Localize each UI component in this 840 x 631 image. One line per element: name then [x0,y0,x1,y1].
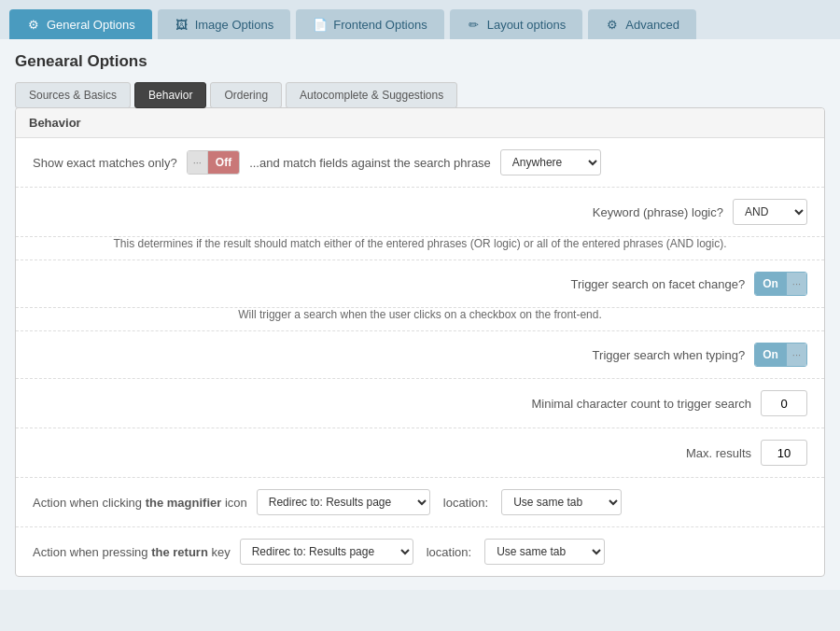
min-char-row: Minimal character count to trigger searc… [16,379,824,428]
trigger-typing-row: Trigger search when typing? On ··· [16,331,824,379]
behavior-section: Behavior Show exact matches only? ··· Of… [15,107,825,577]
trigger-typing-toggle[interactable]: On ··· [754,343,807,367]
toggle-dots: ··· [188,151,208,174]
action-magnifier-row: Action when clicking the magnifier icon … [16,478,824,527]
layout-icon: ✏ [467,17,482,32]
keyword-logic-row: Keyword (phrase) logic? AND OR [16,188,824,237]
tab-frontend[interactable]: 📄 Frontend Options [296,9,443,39]
max-results-label: Max. results [686,446,751,460]
action-return-label: Action when pressing the return key [33,545,231,559]
keyword-description: This determines if the result should mat… [114,237,727,250]
max-results-row: Max. results [16,428,824,478]
general-icon: ⚙ [26,17,41,32]
action-return-location-label: location: [427,545,471,559]
trigger-facet-label: Trigger search on facet change? [570,277,745,291]
frontend-icon: 📄 [313,17,328,32]
trigger-typing-on-label: On [755,344,786,366]
behavior-header: Behavior [16,108,824,138]
image-icon: 🖼 [175,17,189,32]
subtab-ordering[interactable]: Ordering [210,82,282,108]
min-char-label: Minimal character count to trigger searc… [531,397,751,411]
trigger-typing-dots: ··· [786,344,806,366]
min-char-input[interactable] [761,390,807,416]
match-fields-label: ...and match fields against the search p… [249,156,491,170]
toggle-off-label: Off [208,151,239,174]
exact-matches-label: Show exact matches only? [33,156,177,170]
action-magnifier-location-select[interactable]: Use same tab Open new tab [501,489,622,515]
subtab-sources[interactable]: Sources & Basics [15,82,131,108]
subtab-behavior[interactable]: Behavior [134,82,206,108]
max-results-input[interactable] [761,440,807,466]
match-fields-select[interactable]: Anywhere Beginning End [500,149,601,175]
page-content: Genearal Options Sources & Basics Behavi… [0,39,840,590]
tab-layout[interactable]: ✏ Layout options [450,9,583,39]
action-magnifier-label: Action when clicking the magnifier icon [33,496,247,510]
trigger-facet-description: Will trigger a search when the user clic… [238,308,602,321]
keyword-logic-label: Keyword (phrase) logic? [593,205,723,219]
sub-tabs: Sources & Basics Behavior Ordering Autoc… [15,82,825,108]
action-return-select[interactable]: Redirec to: Results page Open inline res… [240,539,413,565]
action-return-location-select[interactable]: Use same tab Open new tab [484,539,605,565]
page-title: Genearal Options [15,52,825,71]
trigger-facet-desc-row: Will trigger a search when the user clic… [16,308,824,331]
exact-matches-toggle[interactable]: ··· Off [187,150,241,175]
action-return-row: Action when pressing the return key Redi… [16,527,824,576]
trigger-facet-toggle[interactable]: On ··· [754,272,807,296]
keyword-logic-select[interactable]: AND OR [733,199,807,225]
exact-matches-row: Show exact matches only? ··· Off ...and … [16,138,824,188]
trigger-facet-dots: ··· [786,273,806,295]
advanced-icon: ⚙ [605,17,620,32]
top-navigation: ⚙ General Options 🖼 Image Options 📄 Fron… [0,0,840,39]
action-magnifier-select[interactable]: Redirec to: Results page Open inline res… [257,489,430,515]
subtab-autocomplete[interactable]: Autocomplete & Suggestions [286,82,457,108]
action-magnifier-location-label: location: [443,496,488,510]
trigger-facet-on-label: On [755,273,786,295]
tab-advanced[interactable]: ⚙ Advanced [588,9,696,39]
tab-general[interactable]: ⚙ General Options [9,9,152,39]
keyword-description-row: This determines if the result should mat… [16,237,824,260]
tab-image[interactable]: 🖼 Image Options [158,9,291,39]
trigger-facet-row: Trigger search on facet change? On ··· [16,260,824,308]
trigger-typing-label: Trigger search when typing? [593,348,746,362]
